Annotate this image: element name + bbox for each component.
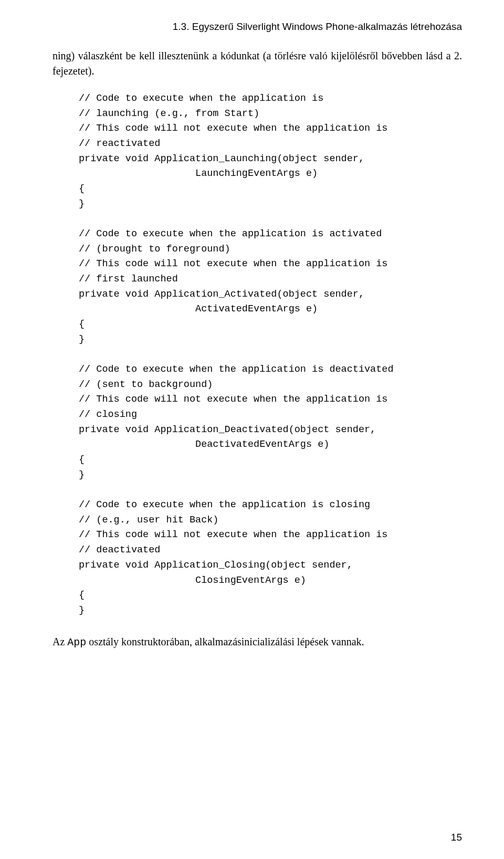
intro-paragraph: ning) válaszként be kell illesztenünk a … — [52, 48, 462, 79]
code-listing: // Code to execute when the application … — [79, 91, 462, 619]
page-number: 15 — [451, 832, 462, 843]
page-container: 1.3. Egyszerű Silverlight Windows Phone-… — [0, 0, 504, 859]
footer-paragraph: Az App osztály konstruktorában, alkalmaz… — [52, 634, 462, 650]
footer-prefix: Az — [52, 636, 67, 647]
footer-mono: App — [67, 636, 86, 648]
footer-suffix: osztály konstruktorában, alkalmazásinici… — [86, 636, 364, 647]
section-header: 1.3. Egyszerű Silverlight Windows Phone-… — [52, 21, 462, 33]
